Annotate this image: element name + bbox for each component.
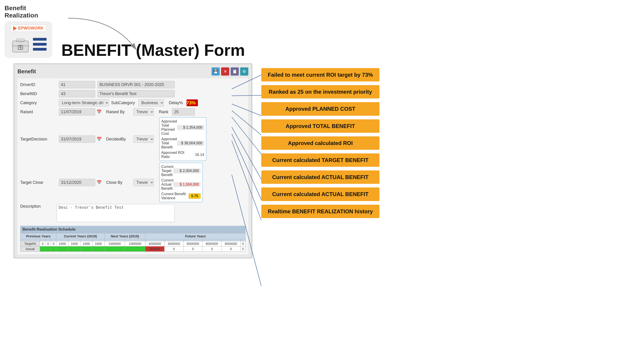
target-cell: 0	[240, 241, 245, 246]
actual-cell	[105, 246, 125, 252]
copy-button[interactable]: 📋	[231, 67, 239, 76]
target-close-input[interactable]	[59, 179, 95, 186]
target-cell: 8000000	[183, 241, 202, 246]
target-close-calendar-icon[interactable]: 📅	[97, 180, 102, 185]
approved-planned-cost-label: Approved Total Planned Cost	[161, 119, 177, 136]
annotation-target-benefit-badge: Current calculated TARGET BENEFIT	[261, 153, 379, 167]
decided-by-select[interactable]: Trevor	[133, 136, 154, 143]
col-header	[240, 239, 245, 241]
row-label-actual: Actual	[21, 246, 40, 252]
actual-cell	[45, 246, 51, 252]
target-cell: 4000000	[145, 241, 164, 246]
target-cell: 1000	[68, 241, 80, 246]
annotation-planned-cost-badge: Approved PLANNED COST	[261, 102, 379, 116]
approved-roi-row: Approved ROI Ratio 16.14	[161, 151, 204, 159]
target-cell: 1000000	[125, 241, 145, 246]
col-group-prev: Previous Years	[21, 233, 56, 239]
annotation-roi-miss-badge: Failed to meet current ROI target by 73%	[261, 68, 379, 81]
current-target-benefit-row: Current Target Benefit $ 2,004,000	[161, 165, 201, 177]
annotation-roi-badge: Approved calculated ROI	[261, 136, 379, 150]
save-button[interactable]: 💾	[212, 67, 220, 76]
col-header	[80, 239, 92, 241]
logo-arrow-icon	[13, 26, 17, 31]
col-group-next: Next Years (2019)	[105, 233, 145, 239]
actual-cell	[68, 246, 80, 252]
target-decision-label: TargetDecision	[20, 137, 57, 142]
current-target-benefit-value: $ 2,004,000	[173, 168, 201, 173]
actual-cell: 0	[202, 246, 222, 252]
approved-roi-label: Approved ROI Ratio	[161, 151, 191, 159]
driver-id-name-input[interactable]	[97, 81, 175, 88]
actual-cell: 500000	[145, 246, 164, 252]
target-decision-row: TargetDecision 📅 DecidedBy Trevor Approv…	[20, 117, 175, 161]
target-decision-calendar-icon[interactable]: 📅	[97, 137, 102, 142]
form-header: Benefit 💾 ✕ 📋 ⚙	[18, 67, 248, 76]
description-label: Description	[20, 204, 57, 209]
col-header	[164, 239, 184, 241]
actual-cell: 0	[164, 246, 184, 252]
target-cell: 1000	[80, 241, 92, 246]
target-cell: 1000	[56, 241, 68, 246]
annotation-rank: Ranked as 25 on the investment priority	[261, 85, 393, 99]
current-variance-label: Current Benefit Variance	[161, 192, 189, 200]
raised-row: Raised 📅 Raised By Trevor Rank	[20, 108, 175, 116]
approved-planned-cost-row: Approved Total Planned Cost $ 2,354,000	[161, 119, 204, 136]
annotation-actual-benefit: Current calculated ACTUAL BENEFIT	[261, 170, 393, 184]
approved-total-benefit-row: Approved Total Benefit $ 38,004,000	[161, 137, 204, 149]
annotation-actual-benefit-badge: Current calculated ACTUAL BENEFIT	[261, 170, 379, 184]
benefit-id-row: BenefitID	[20, 90, 175, 97]
target-cell: 4000000	[164, 241, 184, 246]
annotation-total-benefit-badge: Approved TOTAL BENEFIT	[261, 119, 379, 133]
col-header	[202, 239, 222, 241]
category-label: Category	[20, 101, 57, 105]
target-close-label: Target Close	[20, 180, 57, 185]
current-target-benefit-label: Current Target Benefit	[161, 165, 173, 177]
raised-by-select[interactable]: Trevor	[133, 108, 154, 116]
annotation-actual-benefit2-badge: Current calculated ACTUAL BENEFIT	[261, 187, 379, 201]
description-row: Description Desc - Trevor's Benefit Test	[20, 204, 175, 222]
close-button[interactable]: ✕	[221, 67, 229, 76]
description-textarea[interactable]: Desc - Trevor's Benefit Test	[57, 204, 175, 222]
benefit-id-input[interactable]	[59, 90, 95, 97]
annotation-target-benefit: Current calculated TARGET BENEFIT	[261, 153, 393, 167]
col-header	[222, 239, 241, 241]
subcategory-select[interactable]: Business	[138, 99, 164, 106]
benefit-id-name-input[interactable]	[97, 90, 175, 97]
driver-id-input[interactable]	[59, 81, 95, 88]
actual-cell	[80, 246, 92, 252]
form-title-label: Benefit	[18, 68, 36, 75]
settings-button[interactable]: ⚙	[240, 67, 248, 76]
actual-cell: 0	[183, 246, 202, 252]
close-by-select[interactable]: Trevor	[133, 179, 154, 186]
rank-input[interactable]	[172, 108, 195, 116]
delay-label: Delay%	[169, 101, 183, 105]
col-header	[145, 239, 164, 241]
lines-icon	[33, 38, 46, 51]
raised-date-input[interactable]	[59, 108, 95, 116]
annotation-planned-cost: Approved PLANNED COST	[261, 102, 393, 116]
approved-planned-cost-value: $ 2,354,000	[177, 125, 204, 130]
actual-cell	[92, 246, 105, 252]
current-variance-value: 0.75	[189, 193, 201, 199]
decided-by-label: DecidedBy	[106, 137, 131, 142]
form-buttons: 💾 ✕ 📋 ⚙	[212, 67, 248, 76]
schedule-table: Previous Years Current Years (2018) Next…	[20, 233, 245, 252]
annotation-actual-benefit2: Current calculated ACTUAL BENEFIT	[261, 187, 393, 201]
target-decision-input[interactable]	[59, 136, 95, 143]
col-header	[105, 239, 125, 241]
category-select[interactable]: Long-term Strategic driver	[59, 99, 109, 106]
target-cell: 1000000	[105, 241, 125, 246]
annotation-rank-badge: Ranked as 25 on the investment priority	[261, 85, 379, 99]
raised-by-label: Raised By	[106, 110, 131, 114]
close-by-label: Close By	[106, 180, 131, 185]
subcategory-label: SubCategory	[111, 101, 136, 105]
target-cell: 1000	[92, 241, 105, 246]
raised-calendar-icon[interactable]: 📅	[97, 109, 102, 114]
top-left-section: Benefit Realization EPWOWORK $	[4, 4, 55, 58]
main-title: BENEFIT (Master) Form	[61, 41, 245, 60]
benefit-form: Benefit 💾 ✕ 📋 ⚙ DriverID BenefitID	[14, 63, 252, 258]
col-header	[125, 239, 145, 241]
approved-total-benefit-label: Approved Total Benefit	[161, 137, 177, 149]
actual-cell	[125, 246, 145, 252]
table-row: Actual 500000 0 0 0 0	[21, 246, 245, 252]
